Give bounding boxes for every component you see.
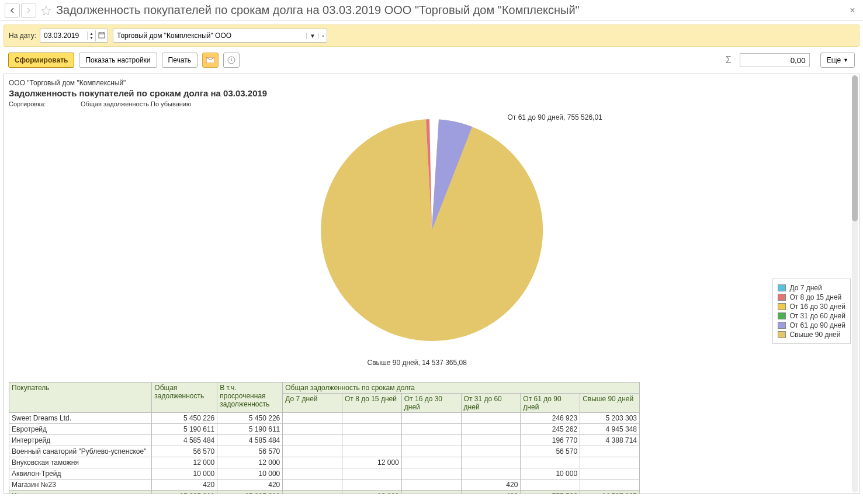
favorite-star-icon[interactable] bbox=[41, 5, 51, 16]
legend-swatch bbox=[778, 303, 786, 310]
th-total: Общая задолженность bbox=[152, 383, 217, 413]
table-row[interactable]: Аквилон-Трейд10 00010 00010 000 bbox=[9, 468, 640, 479]
generate-button[interactable]: Сформировать bbox=[8, 53, 74, 68]
print-button[interactable]: Печать bbox=[162, 53, 197, 68]
report-body: ООО "Торговый дом "Комплексный" Задолжен… bbox=[4, 74, 859, 494]
date-spinner[interactable]: ▲▼ bbox=[87, 32, 95, 40]
pie-slice-over90 bbox=[321, 119, 543, 341]
scrollbar-thumb[interactable] bbox=[852, 75, 858, 221]
table-row[interactable]: Военный санаторий "Рублево-успенское"56 … bbox=[9, 446, 640, 457]
legend-item: От 16 до 30 дней bbox=[778, 303, 845, 311]
table-row[interactable]: Sweet Dreams Ltd.5 450 2265 450 226246 9… bbox=[9, 413, 640, 424]
th-c5: От 61 до 90 дней bbox=[521, 394, 580, 413]
date-field[interactable]: ▲▼ bbox=[40, 29, 108, 43]
sum-icon: Σ bbox=[726, 55, 732, 65]
legend-swatch bbox=[778, 322, 786, 329]
forward-button[interactable] bbox=[21, 4, 36, 18]
date-label: На дату: bbox=[9, 32, 36, 40]
legend-label: Свыше 90 дней bbox=[789, 331, 840, 339]
sum-field[interactable] bbox=[740, 53, 810, 67]
clock-icon bbox=[227, 56, 235, 64]
legend-label: От 61 до 90 дней bbox=[789, 321, 845, 329]
report-org: ООО "Торговый дом "Комплексный" bbox=[9, 79, 854, 87]
legend-item: Свыше 90 дней bbox=[778, 331, 845, 339]
th-overdue: В т.ч. просроченная задолженность bbox=[217, 383, 283, 413]
header-bar: Задолженность покупателей по срокам долг… bbox=[0, 0, 863, 21]
chart-label-61-90: От 61 до 90 дней, 755 526,01 bbox=[508, 113, 602, 121]
scrollbar[interactable] bbox=[852, 75, 858, 492]
back-button[interactable] bbox=[5, 4, 20, 18]
date-input[interactable] bbox=[40, 30, 87, 41]
legend-label: От 31 до 60 дней bbox=[789, 312, 845, 320]
pie-svg bbox=[315, 113, 549, 347]
report-sort: Сортировка: Общая задолженность По убыва… bbox=[9, 100, 854, 107]
legend-swatch bbox=[778, 331, 786, 338]
more-button[interactable]: Еще ▼ bbox=[820, 53, 855, 68]
data-table: Покупатель Общая задолженность В т.ч. пр… bbox=[9, 382, 640, 494]
legend-item: От 61 до 90 дней bbox=[778, 321, 845, 329]
org-input[interactable] bbox=[113, 30, 306, 41]
page-title: Задолженность покупателей по срокам долг… bbox=[56, 4, 580, 17]
legend-label: От 16 до 30 дней bbox=[789, 303, 845, 311]
table-total-row: Итого15 305 31115 305 31112 000420755 52… bbox=[9, 491, 640, 495]
close-button[interactable]: × bbox=[847, 5, 858, 16]
org-field[interactable]: ▼ ▫ bbox=[113, 29, 327, 43]
pie-chart: От 61 до 90 дней, 755 526,01 Свыше 90 дн… bbox=[169, 113, 695, 370]
legend-item: От 31 до 60 дней bbox=[778, 312, 845, 320]
legend-swatch bbox=[778, 294, 786, 301]
dropdown-icon[interactable]: ▼ bbox=[306, 33, 318, 39]
table-row[interactable]: Магазин №23420420420 bbox=[9, 479, 640, 491]
legend: До 7 днейОт 8 до 15 днейОт 16 до 30 дней… bbox=[772, 279, 851, 344]
chart-label-over90: Свыше 90 дней, 14 537 365,08 bbox=[368, 359, 467, 367]
th-c1: До 7 дней bbox=[283, 394, 342, 413]
legend-item: До 7 дней bbox=[778, 284, 845, 292]
mail-icon bbox=[206, 57, 214, 63]
filter-bar: На дату: ▲▼ ▼ ▫ bbox=[4, 25, 859, 47]
legend-item: От 8 до 15 дней bbox=[778, 293, 845, 301]
th-c2: От 8 до 15 дней bbox=[342, 394, 402, 413]
legend-label: От 8 до 15 дней bbox=[789, 293, 841, 301]
report-title: Задолженность покупателей по срокам долг… bbox=[9, 88, 854, 98]
th-by-terms: Общая задолженность по срокам долга bbox=[283, 383, 640, 394]
th-buyer: Покупатель bbox=[9, 383, 152, 413]
table-row[interactable]: Интертрейд4 585 4844 585 484196 7704 388… bbox=[9, 435, 640, 446]
legend-swatch bbox=[778, 284, 786, 291]
legend-swatch bbox=[778, 312, 786, 319]
show-settings-button[interactable]: Показать настройки bbox=[79, 53, 157, 68]
sort-value: Общая задолженность По убыванию bbox=[81, 100, 191, 107]
arrow-left-icon bbox=[9, 8, 15, 13]
clock-button[interactable] bbox=[223, 53, 240, 68]
table-row[interactable]: Евротрейд5 190 6115 190 611245 2624 945 … bbox=[9, 424, 640, 435]
th-c3: От 16 до 30 дней bbox=[401, 394, 461, 413]
table-row[interactable]: Внуковская таможня12 00012 00012 000 bbox=[9, 457, 640, 468]
svg-rect-0 bbox=[99, 33, 105, 38]
open-icon[interactable]: ▫ bbox=[318, 33, 327, 39]
calendar-icon[interactable] bbox=[95, 30, 108, 41]
sort-label: Сортировка: bbox=[9, 100, 79, 107]
mail-button[interactable] bbox=[202, 53, 219, 68]
arrow-right-icon bbox=[26, 8, 32, 13]
legend-label: До 7 дней bbox=[789, 284, 822, 292]
th-c6: Свыше 90 дней bbox=[580, 394, 640, 413]
th-c4: От 31 до 60 дней bbox=[461, 394, 521, 413]
toolbar: Сформировать Показать настройки Печать Σ… bbox=[4, 50, 859, 70]
